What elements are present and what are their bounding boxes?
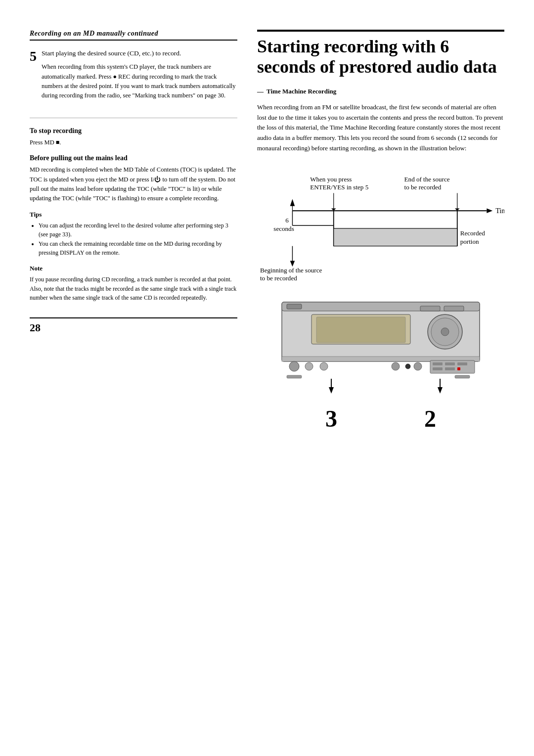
svg-text:seconds: seconds	[273, 224, 294, 232]
svg-text:to be recorded: to be recorded	[260, 274, 297, 281]
svg-rect-46	[430, 360, 475, 373]
left-column: Recording on an MD manually continued 5 …	[30, 30, 237, 726]
svg-marker-15	[290, 261, 295, 267]
svg-marker-1	[487, 208, 492, 213]
svg-point-44	[405, 364, 410, 369]
before-pulling-body: MD recording is completed when the MD Ta…	[30, 165, 237, 204]
svg-text:Time: Time	[495, 207, 504, 215]
right-body: When recording from an FM or satellite b…	[257, 102, 504, 154]
svg-marker-13	[290, 199, 295, 206]
svg-rect-47	[433, 362, 443, 365]
divider1	[30, 118, 237, 118]
note-body: If you pause recording during CD recordi…	[30, 275, 237, 303]
svg-text:End of the source: End of the source	[404, 175, 450, 182]
step5-sub: When recording from this system's CD pla…	[42, 62, 237, 101]
svg-rect-33	[316, 317, 405, 343]
device-svg	[277, 292, 485, 401]
svg-text:Beginning of the source: Beginning of the source	[260, 267, 322, 274]
svg-text:ENTER/YES in step 5: ENTER/YES in step 5	[310, 183, 369, 191]
svg-point-43	[392, 362, 400, 370]
page-number-area: 28	[30, 317, 237, 334]
svg-rect-51	[445, 367, 455, 370]
section-header: Recording on an MD manually continued	[30, 30, 237, 41]
svg-marker-58	[438, 387, 443, 394]
svg-point-45	[414, 362, 422, 370]
svg-point-41	[305, 362, 313, 370]
svg-rect-38	[444, 306, 464, 311]
step-number: 5	[30, 49, 37, 63]
subtitle-text: Time Machine Recording	[267, 88, 336, 95]
page: Recording on an MD manually continued 5 …	[0, 0, 534, 756]
svg-rect-37	[420, 306, 440, 311]
svg-rect-50	[433, 367, 443, 370]
step5-text: Start playing the desired source (CD, et…	[42, 48, 237, 109]
svg-text:portion: portion	[460, 238, 479, 245]
svg-text:6: 6	[285, 217, 289, 224]
device-number-2: 2	[424, 405, 436, 432]
note-title: Note	[30, 265, 237, 272]
page-number: 28	[30, 321, 41, 334]
subtitle-dash: —	[257, 88, 264, 95]
diagram-svg: Time Recorded portion 6 seconds	[257, 164, 504, 281]
tips-list: You can adjust the recording level to th…	[30, 221, 237, 258]
before-pulling-title: Before pulling out the mains lead	[30, 154, 237, 162]
svg-rect-52	[457, 367, 460, 370]
tips-title: Tips	[30, 211, 237, 219]
subtitle-line: — Time Machine Recording	[257, 88, 504, 95]
right-column: Starting recording with 6 seconds of pre…	[257, 30, 504, 726]
svg-marker-56	[329, 387, 334, 394]
svg-rect-53	[287, 375, 302, 378]
diagram-area: Time Recorded portion 6 seconds	[257, 164, 504, 283]
svg-rect-5	[334, 228, 457, 246]
svg-text:to be recorded: to be recorded	[404, 183, 442, 191]
svg-rect-48	[445, 362, 455, 365]
svg-rect-54	[455, 375, 470, 378]
tip-2: You can check the remaining recordable t…	[39, 239, 237, 258]
stop-recording-body: Press MD ■.	[30, 138, 237, 147]
device-numbers: 3 2	[282, 405, 480, 432]
step5: 5 Start playing the desired source (CD, …	[30, 48, 237, 109]
svg-point-36	[441, 328, 449, 336]
svg-rect-28	[287, 304, 302, 309]
device-number-3: 3	[325, 405, 337, 432]
svg-text:Recorded: Recorded	[460, 229, 486, 237]
tip-1: You can adjust the recording level to th…	[39, 221, 237, 239]
right-title: Starting recording with 6 seconds of pre…	[257, 30, 504, 78]
svg-text:When you press: When you press	[310, 175, 352, 182]
svg-point-40	[289, 361, 299, 371]
stop-recording-title: To stop recording	[30, 127, 237, 135]
svg-rect-49	[457, 362, 467, 365]
svg-point-42	[320, 362, 328, 370]
device-area: 3 2	[257, 292, 504, 432]
